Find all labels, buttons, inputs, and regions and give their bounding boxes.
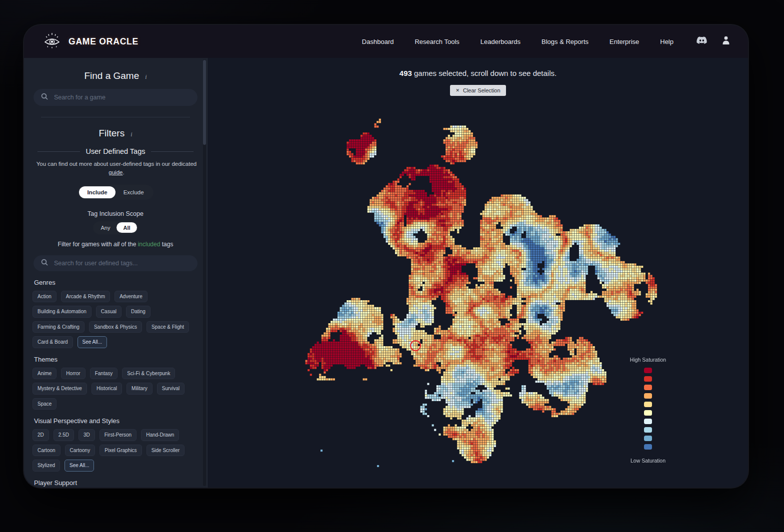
tag-pill-hand-drawn[interactable]: Hand-Drawn [141, 429, 179, 441]
tag-pill-fantasy[interactable]: Fantasy [90, 368, 118, 380]
filters-title: Filters i [32, 128, 198, 139]
game-landscape-map [303, 116, 663, 467]
top-nav: GAME ORACLE DashboardResearch ToolsLeade… [24, 25, 748, 58]
nav-item-help[interactable]: Help [660, 38, 674, 45]
find-a-game-title: Find a Game i [32, 70, 198, 81]
udt-description: You can find out more about user-defined… [32, 160, 200, 177]
section-label-themes: Themes [34, 356, 198, 363]
app-window: GAME ORACLE DashboardResearch ToolsLeade… [24, 25, 748, 488]
tag-pill-casual[interactable]: Casual [96, 306, 122, 318]
filter-section-visual-perspective-and-styles: Visual Perspective and Styles2D2.5D3DFir… [32, 417, 198, 472]
filter-section-themes: ThemesAnimeHorrorFantasySci-Fi & Cyberpu… [32, 356, 198, 410]
saturation-legend: High Saturation Low Saturation [622, 357, 674, 464]
tag-pill-horror[interactable]: Horror [61, 368, 85, 380]
tag-pill-first-person[interactable]: First-Person [100, 429, 136, 441]
nav-item-dashboard[interactable]: Dashboard [362, 38, 394, 45]
nav-item-blogs-reports[interactable]: Blogs & Reports [542, 38, 588, 45]
legend-swatch [644, 436, 652, 441]
sidebar-scrollbar-thumb[interactable] [203, 60, 206, 145]
user-defined-tags-heading: User Defined Tags [32, 147, 198, 155]
all-button[interactable]: All [116, 222, 136, 233]
divider [41, 117, 190, 117]
search-icon [41, 259, 48, 268]
filter-sidebar: Find a Game i Filters i User Defined Tag… [24, 58, 208, 488]
tag-pill-military[interactable]: Military [126, 383, 152, 395]
discord-icon[interactable] [696, 36, 707, 46]
legend-swatch [644, 368, 652, 373]
legend-swatch [644, 402, 652, 407]
clear-selection-button[interactable]: ✕ Clear Selection [450, 85, 506, 96]
tag-pill-sandbox-physics[interactable]: Sandbox & Physics [89, 321, 142, 333]
legend-swatch [644, 427, 652, 433]
tag-pill-dating[interactable]: Dating [126, 306, 150, 318]
tag-pill-side-scroller[interactable]: Side Scroller [146, 445, 185, 457]
tag-pill-2d[interactable]: 2D [32, 429, 49, 441]
info-icon[interactable]: i [145, 73, 146, 81]
any-button[interactable]: Any [94, 222, 116, 233]
tag-pill-space-flight[interactable]: Space & Flight [146, 321, 189, 333]
see-all-button[interactable]: See All... [78, 336, 107, 348]
tag-pill-cartoon[interactable]: Cartoon [32, 445, 60, 457]
tag-pill-anime[interactable]: Anime [32, 368, 56, 380]
legend-swatch [644, 419, 652, 424]
tag-search[interactable] [34, 255, 198, 271]
tag-list: AnimeHorrorFantasySci-Fi & CyberpunkMyst… [32, 368, 198, 410]
section-label-visual-perspective-and-styles: Visual Perspective and Styles [34, 417, 198, 425]
main-area: 493 games selected, scroll down to see d… [208, 58, 748, 488]
any-all-toggle: Any All [93, 221, 138, 234]
tag-pill-building-automation[interactable]: Building & Automation [32, 306, 92, 318]
nav-item-research-tools[interactable]: Research Tools [414, 38, 459, 45]
nav-menu: DashboardResearch ToolsLeaderboardsBlogs… [362, 38, 674, 45]
guide-link[interactable]: guide [108, 169, 122, 175]
nav-item-leaderboards[interactable]: Leaderboards [480, 38, 520, 45]
info-icon[interactable]: i [130, 131, 132, 138]
game-search[interactable] [34, 89, 198, 106]
filter-section-genres: GenresActionArcade & RhythmAdventureBuil… [32, 279, 198, 348]
legend-swatch [644, 393, 652, 399]
legend-low-label: Low Saturation [630, 458, 666, 464]
legend-swatch [644, 410, 652, 416]
eye-logo-icon [43, 31, 61, 51]
exclude-button[interactable]: Exclude [116, 186, 152, 198]
tag-pill-2-5d[interactable]: 2.5D [54, 429, 74, 441]
legend-swatch [644, 376, 652, 382]
tag-pill-sci-fi-cyberpunk[interactable]: Sci-Fi & Cyberpunk [122, 368, 175, 380]
legend-swatch [644, 385, 652, 390]
tag-pill-mystery-detective[interactable]: Mystery & Detective [32, 383, 87, 395]
tag-pill-farming-crafting[interactable]: Farming & Crafting [32, 321, 84, 333]
tag-pill-card-board[interactable]: Card & Board [32, 336, 73, 348]
tag-pill-stylized[interactable]: Stylized [32, 460, 60, 472]
tag-list: 2D2.5D3DFirst-PersonHand-DrawnCartoonCar… [32, 429, 198, 472]
filter-section-player-support: Player SupportCo-OpLAN Co-OpLAN PvPMassi… [32, 479, 198, 488]
tag-search-input[interactable] [53, 259, 190, 267]
tag-pill-arcade-rhythm[interactable]: Arcade & Rhythm [61, 291, 110, 303]
section-label-genres: Genres [34, 279, 198, 286]
tag-pill-historical[interactable]: Historical [92, 383, 122, 395]
legend-high-label: High Saturation [630, 357, 666, 363]
tag-pill-space[interactable]: Space [32, 398, 56, 410]
tag-list: ActionArcade & RhythmAdventureBuilding &… [32, 291, 198, 348]
tag-pill-pixel-graphics[interactable]: Pixel Graphics [100, 445, 142, 457]
saturation-map-canvas[interactable] [303, 116, 663, 467]
scope-sentence: Filter for games with all of the include… [32, 241, 198, 248]
brand[interactable]: GAME ORACLE [43, 31, 138, 51]
legend-swatches [644, 368, 652, 450]
search-icon [41, 93, 48, 102]
include-button[interactable]: Include [79, 186, 115, 198]
selection-count: 493 [400, 69, 412, 77]
tag-pill-3d[interactable]: 3D [78, 429, 95, 441]
tag-pill-action[interactable]: Action [32, 291, 56, 303]
filter-sections: GenresActionArcade & RhythmAdventureBuil… [32, 279, 198, 488]
game-search-input[interactable] [53, 93, 190, 101]
app-title: GAME ORACLE [68, 36, 138, 47]
user-account-icon[interactable] [722, 36, 730, 47]
close-icon: ✕ [456, 88, 460, 93]
tag-pill-cartoony[interactable]: Cartoony [65, 445, 96, 457]
tag-pill-adventure[interactable]: Adventure [114, 291, 148, 303]
see-all-button[interactable]: See All... [64, 460, 94, 472]
selection-summary: 493 games selected, scroll down to see d… [208, 69, 748, 77]
section-label-player-support: Player Support [34, 479, 198, 487]
tag-pill-survival[interactable]: Survival [157, 383, 185, 395]
nav-item-enterprise[interactable]: Enterprise [610, 38, 639, 45]
tag-inclusion-scope-label: Tag Inclusion Scope [32, 210, 198, 217]
